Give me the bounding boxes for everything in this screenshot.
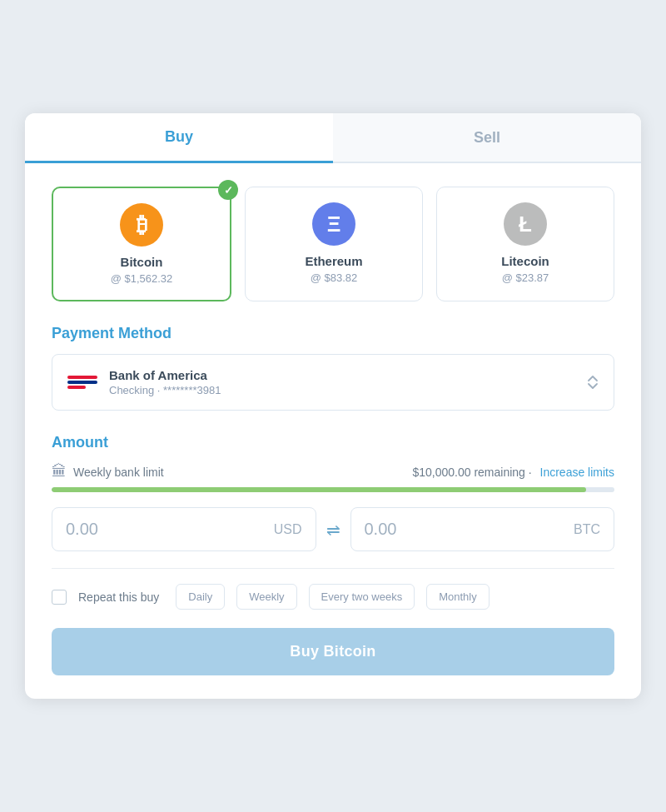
ltc-icon: Ł [504, 202, 547, 246]
crypto-card-btc[interactable]: ✓ ₿ Bitcoin @ $1,562.32 [52, 187, 231, 301]
usd-value: 0.00 [66, 520, 98, 539]
crypto-card-ltc[interactable]: Ł Litecoin @ $23.87 [436, 187, 614, 301]
limit-remaining: $10,000.00 remaining · Increase limits [412, 466, 614, 479]
btc-value: 0.00 [365, 520, 397, 539]
bank-info: Bank of America Checking · ********3981 [109, 368, 587, 396]
main-card: Buy Sell ✓ ₿ Bitcoin @ $1,562.32 Ξ Ether… [25, 113, 641, 699]
chevron-updown-icon [587, 375, 599, 390]
btc-icon: ₿ [120, 203, 163, 247]
remaining-amount: $10,000.00 remaining [412, 466, 524, 479]
payment-section-title: Payment Method [52, 325, 614, 342]
usd-input-field[interactable]: 0.00 USD [52, 507, 316, 551]
tabs-container: Buy Sell [25, 113, 641, 163]
buy-button[interactable]: Buy Bitcoin [52, 628, 614, 675]
tab-sell[interactable]: Sell [333, 113, 641, 162]
ltc-price: @ $23.87 [447, 271, 604, 284]
amount-inputs-row: 0.00 USD ⇌ 0.00 BTC [52, 507, 614, 551]
eth-price: @ $83.82 [256, 271, 412, 284]
freq-weekly[interactable]: Weekly [236, 584, 296, 610]
freq-daily[interactable]: Daily [176, 584, 225, 610]
amount-section-title: Amount [52, 434, 614, 451]
progress-bar-fill [52, 487, 586, 492]
bank-building-icon: 🏛 [52, 463, 67, 481]
freq-biweekly[interactable]: Every two weeks [309, 584, 415, 610]
selected-checkmark: ✓ [218, 180, 238, 200]
limit-separator: · [529, 466, 532, 479]
crypto-selection: ✓ ₿ Bitcoin @ $1,562.32 Ξ Ethereum @ $83… [52, 187, 614, 301]
limit-row: 🏛 Weekly bank limit $10,000.00 remaining… [52, 463, 614, 481]
tab-buy[interactable]: Buy [25, 113, 333, 163]
bank-logo [67, 376, 97, 389]
limit-label: Weekly bank limit [73, 466, 412, 479]
repeat-checkbox[interactable] [52, 590, 67, 605]
btc-name: Bitcoin [63, 255, 220, 269]
freq-monthly[interactable]: Monthly [426, 584, 490, 610]
increase-limits-link[interactable]: Increase limits [540, 466, 614, 479]
btc-currency: BTC [574, 522, 600, 537]
eth-icon: Ξ [312, 202, 355, 246]
usd-currency: USD [274, 522, 302, 537]
content-area: ✓ ₿ Bitcoin @ $1,562.32 Ξ Ethereum @ $83… [25, 163, 641, 699]
bank-name: Bank of America [109, 368, 587, 382]
ltc-name: Litecoin [447, 254, 604, 268]
crypto-card-eth[interactable]: Ξ Ethereum @ $83.82 [245, 187, 423, 301]
progress-bar-container [52, 487, 614, 492]
divider [52, 568, 614, 569]
bank-account: Checking · ********3981 [109, 384, 587, 396]
btc-input-field[interactable]: 0.00 BTC [350, 507, 615, 551]
btc-price: @ $1,562.32 [63, 272, 220, 285]
eth-name: Ethereum [256, 254, 412, 268]
repeat-row: Repeat this buy Daily Weekly Every two w… [52, 584, 614, 610]
swap-icon[interactable]: ⇌ [326, 520, 340, 540]
repeat-label: Repeat this buy [78, 590, 159, 604]
payment-method-selector[interactable]: Bank of America Checking · ********3981 [52, 354, 614, 411]
